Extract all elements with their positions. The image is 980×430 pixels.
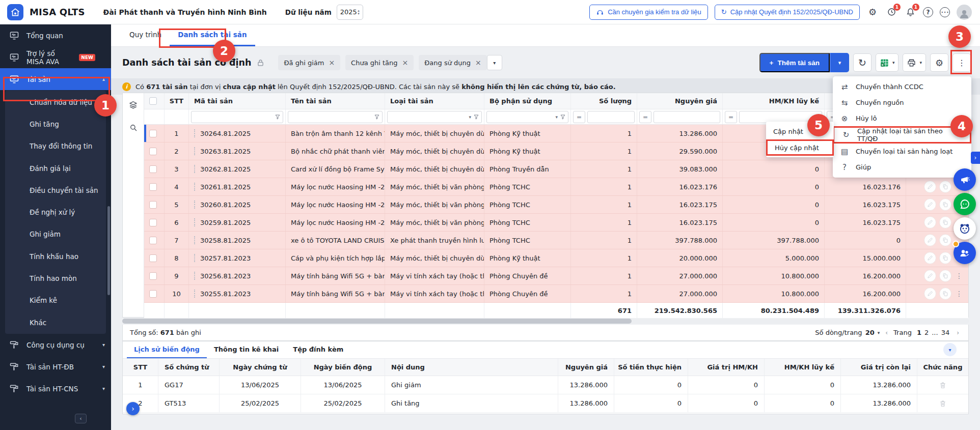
help-icon[interactable]: ? [923,7,933,17]
sidebar-submenu-item[interactable]: Đánh giá lại [5,157,106,179]
history-row[interactable]: 1 GG17 13/06/2025 13/06/2025 Ghi giảm 13… [123,376,968,394]
sidebar-submenu-item[interactable]: Tính khấu hao [5,245,106,267]
chip-close-icon[interactable]: × [475,59,481,67]
filter-dropdown-button[interactable]: ▾ [487,55,502,70]
table-settings-button[interactable]: ⚙ [930,53,948,72]
filter-chip[interactable]: Chưa ghi tăng × [345,55,414,70]
sidebar-item[interactable]: Công cụ dụng cụ ▾ [0,334,111,356]
lock-icon[interactable] [256,59,265,67]
sidebar-submenu-item[interactable]: Kiểm kê [5,290,106,311]
sidebar-item[interactable]: Trợ lý số MISA AVA NEW ▴ [0,46,111,68]
detail-collapse-icon[interactable]: ▾ [943,343,957,356]
table-row[interactable]: 9 30256.81.2023 Máy tính bảng Wifi 5G + … [144,267,968,285]
prev-page-icon[interactable]: ‹ [883,329,890,336]
user-avatar[interactable] [957,5,972,20]
edit-pencil-icon[interactable] [924,234,936,246]
year-stepper-icons[interactable]: ▴▾ [358,9,360,15]
edit-pencil-icon[interactable] [924,288,936,300]
chip-close-icon[interactable]: × [402,59,409,67]
next-page-icon[interactable]: › [955,329,961,336]
filter-select-loai[interactable]: ▾ [387,111,482,123]
sidebar-item[interactable]: Tổng quan ▴ [0,24,111,46]
table-row[interactable]: 6 30259.81.2025 Máy lọc nước Haosing HM … [144,214,968,232]
menu-item[interactable]: ? Giúp › [833,159,971,175]
drag-handle-icon[interactable] [194,290,196,298]
edit-pencil-icon[interactable] [924,181,936,193]
refresh-button[interactable]: ↻ [853,53,872,72]
history-row[interactable]: 2 GT513 25/02/2025 25/02/2025 Ghi tăng 1… [123,394,968,413]
community-people-icon[interactable] [954,242,976,264]
row-checkbox[interactable] [149,201,157,209]
table-row[interactable]: 8 30257.81.2023 Cáp và phụ kiện tích hợp… [144,249,968,267]
detail-tab[interactable]: Lịch sử biến động [127,341,207,358]
detail-tab[interactable]: Thông tin kê khai [207,341,286,358]
stack-icon[interactable] [128,100,138,110]
edit-pencil-icon[interactable] [924,198,936,211]
drag-handle-icon[interactable] [194,200,196,209]
detail-tab[interactable]: Tệp đính kèm [286,341,350,358]
sidebar-submenu-item[interactable]: Ghi giảm [5,223,106,245]
sidebar-submenu-item[interactable]: Điều chuyển tài sản [5,179,106,201]
page-number[interactable]: ... [930,329,939,336]
sidebar-item[interactable]: Tài sản ▴ [0,68,111,90]
filter-chip[interactable]: Đang sử dụng × [419,55,487,70]
sidebar-expand-button[interactable]: › [126,402,140,415]
chat-support-icon[interactable] [954,193,976,215]
horizontal-scrollbar-thumb[interactable] [122,319,632,324]
copy-icon[interactable] [939,288,951,300]
edit-pencil-icon[interactable] [924,252,936,264]
sidebar-submenu-item[interactable]: Thay đổi thông tin [5,135,106,157]
menu-item[interactable]: ⇆ Chuyển nguồn › [833,95,971,110]
drag-handle-icon[interactable] [194,254,196,262]
edit-pencil-icon[interactable] [924,216,936,228]
add-asset-dropdown[interactable]: ▾ [830,53,849,72]
page-tab[interactable]: Danh sách tài sản [170,24,255,46]
page-tab[interactable]: Quy trình [121,24,170,46]
drag-handle-icon[interactable] [194,183,196,191]
page-number[interactable]: 34 [940,329,951,336]
announcement-megaphone-icon[interactable] [954,168,976,191]
add-asset-button[interactable]: + Thêm tài sản [759,53,830,72]
sidebar-submenu-item[interactable]: Đề nghị xử lý [5,201,106,223]
settings-gear-icon[interactable]: ⚙ [866,6,879,18]
table-row[interactable]: 10 30255.81.2023 Máy tính bảng Wifi 5G +… [144,285,968,303]
expert-check-button[interactable]: Cần chuyên gia kiểm tra dữ liệu [589,5,708,20]
copy-icon[interactable] [939,198,951,211]
sidebar-submenu-item[interactable]: Tính hao mòn [5,267,106,289]
edit-pencil-icon[interactable] [924,270,936,282]
notification-bell-icon[interactable]: 1 [904,6,916,18]
drag-handle-icon[interactable] [194,218,196,226]
drag-handle-icon[interactable] [194,272,196,280]
filter-chip[interactable]: Đã ghi giảm × [278,55,340,70]
voucher-link[interactable]: GT513 [158,394,220,412]
page-number[interactable]: 2 [923,329,930,336]
history-clock-icon[interactable]: 1 [885,6,897,18]
drag-handle-icon[interactable] [194,165,196,173]
drag-handle-icon[interactable] [194,129,196,137]
more-actions-button[interactable]: ⋮ [952,53,971,72]
chip-close-icon[interactable]: × [329,59,335,67]
table-row[interactable]: 7 30258.81.2025 xe ô tô TOYOTA LAND CRUI… [144,232,968,249]
trash-icon[interactable] [939,381,947,389]
more-options-icon[interactable]: ⋯ [940,7,950,17]
copy-icon[interactable] [939,252,951,264]
row-checkbox[interactable] [149,130,157,137]
filter-input-soluong[interactable] [587,111,635,123]
copy-icon[interactable] [939,234,951,246]
sidebar-item[interactable]: Tài sản HT-ĐB ▾ [0,356,111,378]
sidebar-submenu-item[interactable]: Khác [5,311,106,333]
submenu-item[interactable]: Hủy cập nhật [766,139,834,156]
sidebar-submenu-item[interactable]: Ghi tăng [5,113,106,135]
table-row[interactable]: 4 30261.81.2025 Máy lọc nước Haosing HM … [144,178,968,196]
per-page-control[interactable]: Số dòng/trang 20 ▾ [815,329,880,336]
copy-icon[interactable] [939,181,951,193]
copy-icon[interactable] [939,216,951,228]
horizontal-scrollbar[interactable] [122,319,969,324]
export-excel-button[interactable]: ▾ [876,53,899,72]
page-number[interactable]: 1 [915,329,923,336]
app-logo-icon[interactable] [7,4,23,20]
filter-input-ten[interactable] [288,111,383,123]
edge-expand-icon[interactable]: › [971,152,980,164]
table-row[interactable]: 5 30260.81.2025 Máy lọc nước Haosing HM … [144,196,968,214]
drag-handle-icon[interactable] [194,236,196,244]
